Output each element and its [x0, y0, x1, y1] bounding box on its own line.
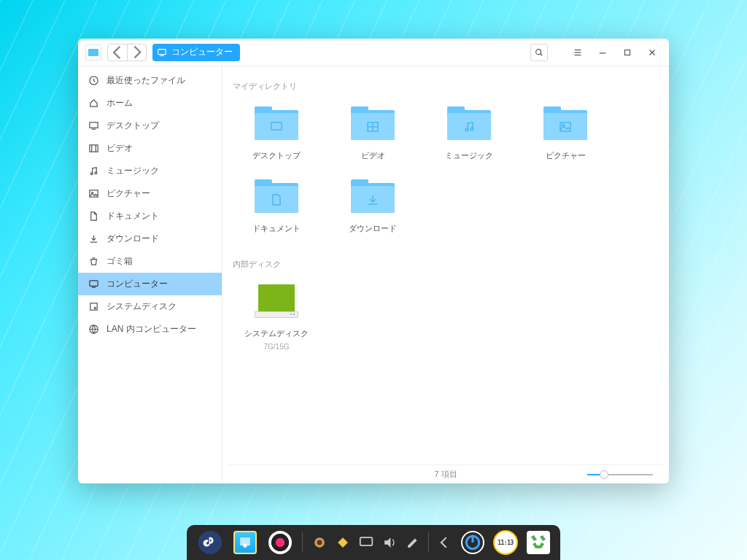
maximize-button[interactable] — [618, 43, 637, 62]
folder-icon — [447, 106, 491, 140]
svg-line-3 — [541, 53, 543, 55]
back-button[interactable] — [108, 44, 127, 61]
dock-clock[interactable]: 11:13 — [493, 530, 518, 555]
computer-icon — [157, 47, 167, 58]
folder-label: デスクトップ — [252, 150, 301, 160]
search-button[interactable] — [530, 44, 548, 61]
sidebar-item-label: 最近使ったファイル — [107, 74, 185, 87]
folder-icon — [351, 179, 395, 213]
app-icon[interactable] — [85, 44, 101, 61]
dock-trash[interactable] — [527, 531, 550, 554]
desktop-icon — [88, 120, 99, 131]
dock-separator — [302, 532, 303, 553]
svg-rect-21 — [90, 281, 98, 287]
minimize-button[interactable] — [593, 43, 612, 62]
sidebar-item-network[interactable]: LAN 内コンピューター — [78, 318, 222, 341]
disk-item[interactable]: システムディスク7G/15G — [228, 280, 325, 365]
tray-app-2[interactable] — [335, 534, 351, 551]
statusbar: 7 項目 — [228, 464, 663, 483]
disk-icon — [88, 301, 99, 312]
forward-button[interactable] — [127, 44, 146, 61]
sidebar-item-clock[interactable]: 最近使ったファイル — [78, 69, 222, 92]
svg-rect-14 — [90, 145, 98, 152]
folders-grid: デスクトップビデオミュージックピクチャードキュメントダウンロード — [228, 102, 663, 256]
location-path-button[interactable]: コンピューター — [152, 44, 240, 61]
sidebar-item-label: ホーム — [107, 97, 133, 109]
close-button[interactable] — [643, 43, 662, 62]
sidebar-item-disk[interactable]: システムディスク — [78, 295, 222, 318]
folder-video[interactable]: ビデオ — [325, 102, 421, 175]
sidebar-item-document[interactable]: ドキュメント — [78, 205, 222, 228]
video-icon — [88, 143, 99, 154]
svg-rect-39 — [360, 537, 373, 545]
settings-icon — [268, 531, 292, 554]
folder-picture[interactable]: ピクチャー — [517, 102, 614, 175]
home-icon — [88, 98, 99, 109]
menu-button[interactable] — [568, 43, 587, 62]
tray-volume-icon[interactable] — [382, 534, 398, 551]
sidebar-item-computer[interactable]: コンピューター — [78, 273, 222, 295]
folder-download[interactable]: ダウンロード — [325, 175, 421, 248]
search-icon — [534, 47, 544, 58]
disk-label: システムディスク — [244, 328, 309, 338]
sidebar-item-download[interactable]: ダウンロード — [78, 228, 222, 250]
folder-music[interactable]: ミュージック — [421, 102, 517, 175]
clock-icon — [88, 75, 99, 86]
svg-marker-38 — [338, 537, 348, 548]
folder-desktop[interactable]: デスクトップ — [228, 102, 325, 175]
folder-icon — [543, 106, 587, 140]
folder-icon — [351, 106, 395, 140]
dock-power-button[interactable] — [461, 531, 484, 554]
item-count-label: 7 項目 — [434, 469, 457, 480]
recycle-icon — [527, 531, 550, 554]
document-icon — [88, 211, 99, 222]
dock-separator-2 — [428, 532, 429, 553]
svg-point-30 — [465, 128, 468, 131]
folder-document[interactable]: ドキュメント — [228, 175, 325, 248]
sidebar-item-picture[interactable]: ピクチャー — [78, 182, 222, 205]
disk-icon — [255, 284, 298, 318]
folder-label: ピクチャー — [546, 150, 586, 160]
section-mydirectory-label: マイディレクトリ — [228, 78, 663, 102]
sidebar-item-label: コンピューター — [107, 278, 168, 290]
sidebar-item-label: ミュージック — [107, 165, 159, 177]
folder-label: ビデオ — [361, 150, 385, 160]
sidebar: 最近使ったファイルホームデスクトップビデオミュージックピクチャードキュメントダウ… — [78, 66, 222, 483]
svg-point-18 — [95, 172, 97, 174]
download-icon — [88, 233, 99, 244]
dock-settings[interactable] — [267, 529, 293, 556]
location-label: コンピューター — [171, 46, 233, 58]
disk-usage: 7G/15G — [263, 343, 289, 351]
disks-grid: システムディスク7G/15G — [228, 280, 663, 373]
file-manager-window: コンピューター 最近使ったファイルホームデスクトップビデオミュージックピクチャー… — [78, 39, 669, 483]
svg-rect-12 — [90, 122, 98, 128]
power-icon — [462, 532, 483, 553]
sidebar-item-video[interactable]: ビデオ — [78, 137, 222, 160]
dock-launcher[interactable] — [197, 529, 223, 556]
dock-files[interactable] — [232, 529, 258, 556]
tray-app-1[interactable] — [311, 534, 328, 551]
svg-point-31 — [471, 128, 473, 131]
sidebar-item-home[interactable]: ホーム — [78, 92, 222, 114]
zoom-slider[interactable] — [587, 474, 653, 475]
tray-edit-icon[interactable] — [405, 534, 421, 551]
section-internaldisk-label: 内部ディスク — [228, 256, 663, 280]
sidebar-item-trash[interactable]: ゴミ箱 — [78, 250, 222, 273]
dock-tray — [311, 532, 452, 553]
sidebar-item-label: ゴミ箱 — [107, 255, 133, 268]
tray-display-icon[interactable] — [358, 534, 374, 551]
sidebar-item-desktop[interactable]: デスクトップ — [78, 114, 222, 137]
close-icon — [647, 47, 657, 58]
folder-label: ダウンロード — [349, 223, 397, 233]
trash-icon — [88, 256, 99, 267]
sidebar-item-label: LAN 内コンピューター — [107, 323, 196, 335]
folder-icon — [255, 106, 298, 140]
svg-rect-19 — [90, 190, 98, 197]
network-icon — [88, 324, 99, 335]
sidebar-item-label: ドキュメント — [107, 210, 159, 222]
svg-rect-0 — [158, 49, 166, 54]
tray-collapse-button[interactable] — [436, 534, 452, 551]
folder-icon — [255, 179, 298, 213]
sidebar-item-music[interactable]: ミュージック — [78, 160, 222, 182]
content-area: マイディレクトリ デスクトップビデオミュージックピクチャードキュメントダウンロー… — [222, 66, 669, 483]
